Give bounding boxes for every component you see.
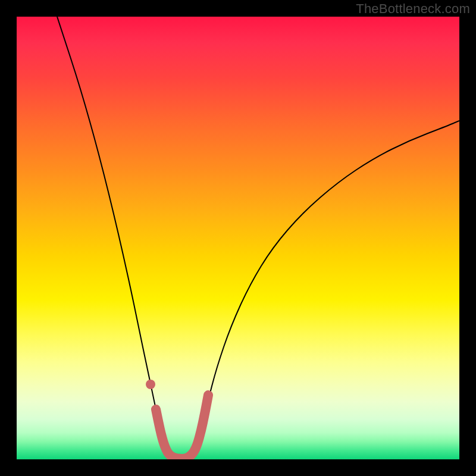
- chart-frame: TheBottleneck.com: [0, 0, 476, 476]
- plot-area: [17, 17, 459, 459]
- chart-svg: [17, 17, 459, 459]
- highlight-dot: [146, 380, 155, 389]
- highlight-arc: [156, 395, 208, 459]
- bottleneck-curve: [57, 17, 459, 459]
- watermark-text: TheBottleneck.com: [356, 1, 470, 17]
